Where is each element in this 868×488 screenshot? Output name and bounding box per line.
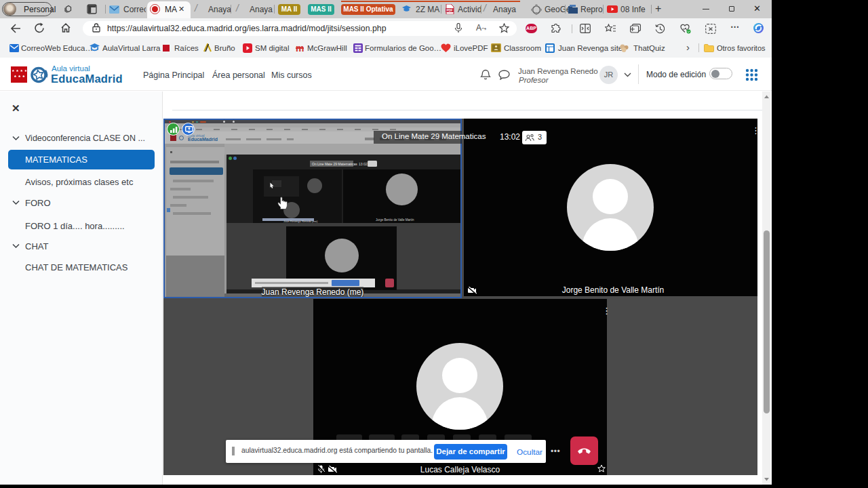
svg-text:PDF: PDF: [447, 9, 453, 12]
